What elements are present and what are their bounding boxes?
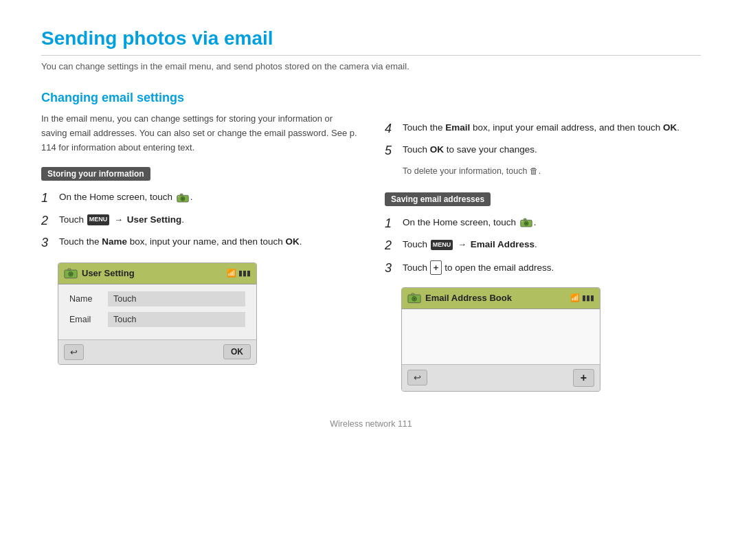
screen-footer-user: ↩ OK [58, 339, 256, 364]
screen-body-user: Name Touch Email Touch [58, 284, 256, 339]
screen-row-name: Name Touch [69, 291, 245, 306]
ok-bold-3: OK [430, 144, 444, 155]
screen-input-email: Touch [108, 312, 245, 327]
screen-status-icons-email: 📶 ▮▮▮ [570, 293, 594, 302]
screen-header-email: Email Address Book 📶 ▮▮▮ [402, 288, 600, 309]
step-num-4: 4 [385, 121, 400, 137]
screen-footer-email: ↩ + [402, 364, 600, 391]
screen-header-left: User Setting [64, 267, 135, 280]
screen-row-email: Email Touch [69, 312, 245, 327]
screen-back-button[interactable]: ↩ [64, 344, 84, 360]
menu-icon-r2: MENU [431, 240, 453, 251]
step-text-3: Touch the Name box, input your name, and… [59, 235, 357, 249]
step-2: 2 Touch MENU → User Setting. [41, 213, 357, 229]
screen-cam-icon [64, 267, 78, 280]
page-title: Sending photos via email [41, 27, 701, 56]
signal-icon-r: ▮▮▮ [582, 293, 594, 302]
step-1: 1 On the Home screen, touch . [41, 190, 357, 206]
arrow-2: → [114, 214, 123, 225]
screen-label-email: Email [69, 315, 101, 324]
wifi-icon: 📶 [227, 269, 236, 278]
step-r3: 3 Touch + to open the email address. [385, 260, 701, 276]
svg-rect-17 [412, 293, 414, 295]
plus-button-icon: + [430, 260, 442, 276]
step-3: 3 Touch the Name box, input your name, a… [41, 235, 357, 251]
screen-title-user: User Setting [82, 268, 135, 278]
user-setting-label: User Setting [127, 214, 182, 225]
wifi-icon-r: 📶 [570, 293, 580, 302]
email-address-screen: Email Address Book 📶 ▮▮▮ ↩ + [401, 287, 600, 392]
signal-icon: ▮▮▮ [238, 269, 251, 278]
screen-input-name: Touch [108, 291, 245, 306]
step-text-1: On the Home screen, touch . [59, 190, 357, 204]
step-num-5: 5 [385, 143, 400, 159]
step-text-5: Touch OK to save your changes. [403, 143, 701, 157]
svg-rect-12 [524, 219, 526, 220]
left-steps: 1 On the Home screen, touch . 2 Touch ME… [41, 190, 357, 251]
screen-status-icons: 📶 ▮▮▮ [227, 269, 251, 278]
screen-header-user: User Setting 📶 ▮▮▮ [58, 263, 256, 284]
step-text-2: Touch MENU → User Setting. [59, 213, 357, 227]
right-steps-lower: 1 On the Home screen, touch . 2 Touch ME… [385, 216, 701, 276]
left-description: In the email menu, you can change settin… [41, 112, 357, 155]
step-num-r1: 1 [385, 216, 400, 232]
screen-body-email [402, 309, 600, 364]
svg-point-11 [525, 223, 527, 225]
storing-badge: Storing your information [41, 167, 150, 181]
step-num-3: 3 [41, 235, 56, 251]
step-num-2: 2 [41, 213, 56, 229]
screen-cam-icon-email [407, 291, 421, 305]
svg-point-16 [413, 298, 415, 300]
email-address-label: Email Address [471, 239, 535, 249]
screen-plus-button-email[interactable]: + [573, 369, 594, 387]
delete-note: To delete your information, touch 🗑. [403, 166, 701, 176]
svg-point-7 [69, 273, 71, 275]
step-num-r2: 2 [385, 238, 400, 254]
step-4: 4 Touch the Email box, input your email … [385, 121, 701, 137]
ok-bold-1: OK [285, 236, 299, 247]
ok-bold-2: OK [663, 122, 677, 133]
step-num-r3: 3 [385, 260, 400, 276]
step-r1: 1 On the Home screen, touch . [385, 216, 701, 232]
page-subtitle: You can change settings in the email men… [41, 61, 701, 71]
camera-icon-1 [177, 193, 189, 203]
step-text-r2: Touch MENU → Email Address. [403, 238, 701, 251]
email-bold: Email [445, 122, 470, 133]
menu-icon-2: MENU [87, 214, 110, 225]
svg-rect-3 [180, 194, 183, 195]
name-bold: Name [102, 236, 127, 247]
page-footer: Wireless network 111 [41, 419, 701, 429]
step-text-r1: On the Home screen, touch . [403, 216, 701, 229]
screen-ok-button[interactable]: OK [223, 344, 251, 359]
screen-back-button-email[interactable]: ↩ [407, 370, 427, 385]
right-steps-upper: 4 Touch the Email box, input your email … [385, 121, 701, 159]
left-heading: Changing email settings [41, 91, 357, 105]
step-text-4: Touch the Email box, input your email ad… [403, 121, 701, 135]
step-text-r3: Touch + to open the email address. [403, 260, 701, 276]
main-content: Changing email settings In the email men… [41, 91, 701, 392]
left-column: Changing email settings In the email men… [41, 91, 357, 392]
saving-badge: Saving email addresses [385, 192, 491, 206]
svg-point-4 [178, 196, 179, 197]
svg-rect-8 [68, 268, 71, 270]
svg-point-2 [181, 197, 183, 199]
user-setting-screen: User Setting 📶 ▮▮▮ Name Touch Email Touc… [58, 262, 257, 365]
screen-title-email: Email Address Book [425, 293, 512, 303]
screen-label-name: Name [69, 294, 101, 304]
svg-point-13 [521, 221, 523, 223]
step-5: 5 Touch OK to save your changes. [385, 143, 701, 159]
screen-header-left-email: Email Address Book [407, 291, 512, 305]
step-num-1: 1 [41, 190, 56, 206]
arrow-r2: → [458, 239, 466, 249]
camera-icon-r1 [520, 218, 532, 227]
step-r2: 2 Touch MENU → Email Address. [385, 238, 701, 254]
right-column: 4 Touch the Email box, input your email … [385, 91, 701, 392]
